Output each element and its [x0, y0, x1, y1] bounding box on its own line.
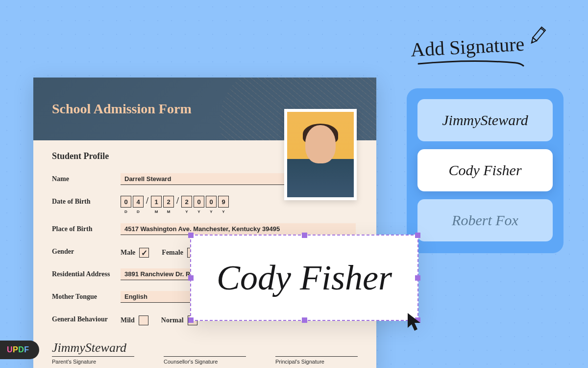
dob-d2[interactable]: 4D — [133, 196, 144, 208]
underline-flourish-icon — [417, 60, 525, 67]
dob-y2[interactable]: 0Y — [194, 196, 204, 208]
resize-handle-bl[interactable] — [188, 317, 194, 323]
dob-y4[interactable]: 9Y — [218, 196, 229, 208]
pencil-icon — [525, 24, 550, 48]
label-tongue: Mother Tongue — [52, 293, 121, 303]
resize-handle-tm[interactable] — [302, 233, 307, 238]
dob-d1[interactable]: 0D — [121, 196, 131, 208]
logo-letter-f: F — [24, 345, 29, 354]
signature-row: JimmySteward Parent's Signature Counsell… — [52, 339, 358, 365]
label-dob: Date of Birth — [52, 198, 121, 208]
label-pob: Place of Birth — [52, 225, 121, 235]
dob-boxes[interactable]: 0D 4D / 1M 2M / 2Y 0Y 0Y 9Y — [121, 196, 229, 208]
principal-signature-caption: Principal's Signature — [275, 359, 358, 365]
svg-marker-3 — [408, 313, 420, 331]
counsellor-signature-caption: Counsellor's Signature — [164, 359, 246, 365]
gender-male-label: Male — [121, 249, 135, 257]
label-address: Residential Address — [52, 270, 121, 280]
gender-female-label: Female — [162, 249, 183, 257]
principal-signature-block[interactable]: Principal's Signature — [275, 339, 358, 365]
signature-option-2[interactable]: Cody Fisher — [417, 149, 553, 191]
signature-option-3[interactable]: Robert Fox — [417, 199, 553, 241]
logo-letter-u: U — [7, 345, 13, 354]
signature-panel: JimmySteward Cody Fisher Robert Fox — [407, 88, 564, 253]
parent-signature-caption: Parent's Signature — [52, 359, 134, 365]
dob-m2[interactable]: 2M — [163, 196, 174, 208]
logo-letter-d: D — [18, 345, 24, 354]
behaviour-mild-label: Mild — [121, 316, 135, 324]
logo-letter-p: P — [13, 345, 18, 354]
cursor-arrow-icon — [407, 312, 423, 333]
dob-y3[interactable]: 0Y — [206, 196, 217, 208]
resize-handle-mr[interactable] — [415, 275, 420, 281]
resize-handle-tr[interactable] — [415, 233, 420, 238]
label-name: Name — [52, 175, 121, 185]
field-pob: Place of Birth 4517 Washington Ave. Manc… — [52, 220, 358, 235]
counsellor-signature-block[interactable]: Counsellor's Signature — [164, 339, 246, 365]
label-behaviour: General Behaviour — [52, 315, 121, 325]
admission-form-document: School Admission Form Student Profile Na… — [33, 78, 376, 368]
behaviour-mild-checkbox[interactable] — [139, 315, 148, 325]
student-photo — [284, 109, 357, 200]
value-name[interactable]: Darrell Steward — [121, 173, 297, 185]
resize-handle-ml[interactable] — [188, 275, 194, 281]
gender-male-checkbox[interactable] — [139, 248, 149, 258]
parent-signature-value: JimmySteward — [52, 341, 126, 355]
resize-handle-tl[interactable] — [188, 233, 194, 238]
value-pob[interactable]: 4517 Washington Ave. Manchester, Kentuck… — [121, 223, 356, 235]
parent-signature-block[interactable]: JimmySteward Parent's Signature — [52, 339, 134, 365]
dob-m1[interactable]: 1M — [151, 196, 162, 208]
resize-handle-bm[interactable] — [302, 317, 307, 323]
updf-logo-badge: UPDF — [0, 341, 39, 359]
dob-y1[interactable]: 2Y — [181, 196, 192, 208]
svg-marker-1 — [530, 38, 537, 45]
signature-drag-text: Cody Fisher — [217, 258, 392, 298]
add-signature-heading: Add Signature — [410, 32, 525, 61]
signature-option-1[interactable]: JimmySteward — [417, 99, 553, 141]
label-gender: Gender — [52, 248, 121, 258]
signature-drag-box[interactable]: Cody Fisher — [190, 235, 418, 321]
behaviour-normal-label: Normal — [161, 316, 184, 324]
